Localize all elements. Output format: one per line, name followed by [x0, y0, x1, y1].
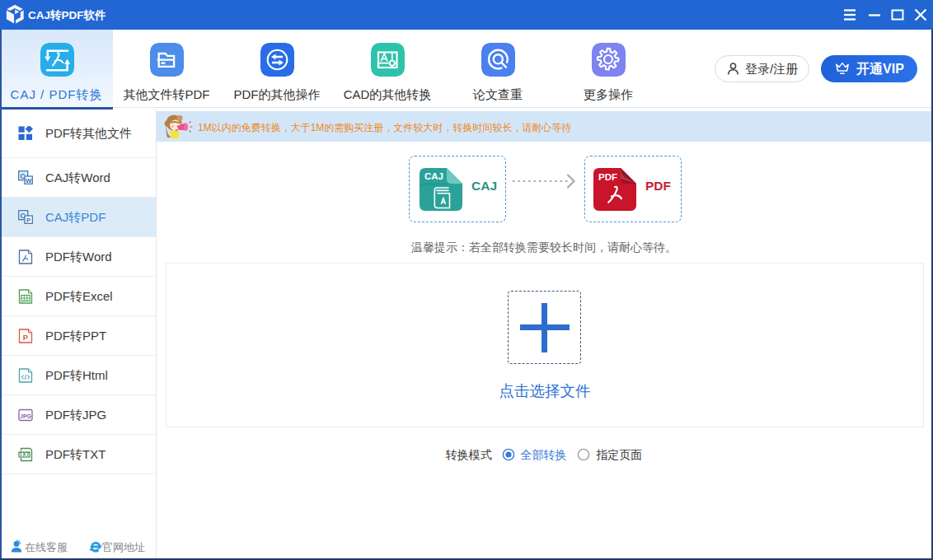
svg-text:P: P	[26, 216, 30, 223]
svg-text:CAJ: CAJ	[424, 171, 443, 181]
svg-text:JPG: JPG	[20, 413, 32, 418]
svg-text:P: P	[23, 333, 29, 342]
svg-text:TXT: TXT	[19, 451, 29, 457]
svg-text:PDF: PDF	[598, 172, 617, 182]
svg-text:W: W	[26, 176, 32, 184]
